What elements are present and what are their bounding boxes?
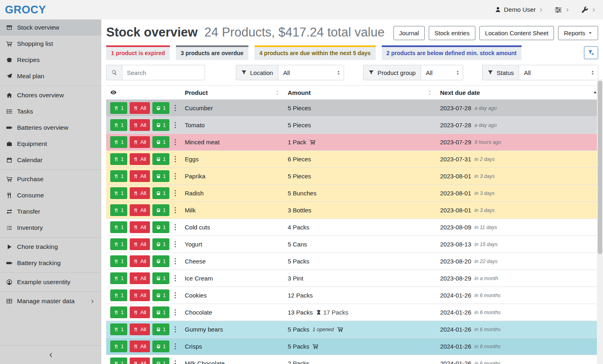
sidebar-item-transfer[interactable]: Transfer (0, 203, 101, 220)
user-menu[interactable]: Demo User (495, 6, 544, 13)
product-group-select[interactable]: All (421, 65, 463, 80)
row-menu-button[interactable] (172, 171, 179, 181)
consume-one-button[interactable]: 1 (110, 238, 127, 250)
consume-one-button[interactable]: 1 (110, 221, 127, 233)
settings-menu[interactable] (554, 6, 570, 14)
row-menu-button[interactable] (172, 291, 179, 300)
sidebar-item-calendar[interactable]: Calendar (0, 152, 101, 168)
table-row[interactable]: 1 All 1 Crisps 5 Packs (106, 338, 601, 355)
consume-all-button[interactable]: All (130, 238, 150, 250)
table-row[interactable]: 1 All 1 Minced meat 1 Pack (106, 134, 601, 151)
status-banner-warning[interactable]: 4 products are due within the next 5 day… (254, 45, 376, 60)
sidebar-item-chore-tracking[interactable]: Chore tracking (0, 239, 101, 255)
consume-all-button[interactable]: All (130, 170, 150, 182)
table-row[interactable]: 1 All 1 Cookies 12 Packs (106, 287, 601, 304)
consume-all-button[interactable]: All (130, 340, 150, 352)
consume-one-button[interactable]: 1 (110, 119, 127, 131)
app-logo[interactable]: GROCY (5, 4, 46, 16)
consume-all-button[interactable]: All (130, 289, 150, 301)
table-row[interactable]: 1 All 1 Ice Cream 3 Pint (106, 270, 601, 287)
sidebar-item-chores-overview[interactable]: Chores overview (0, 87, 101, 103)
open-one-button[interactable]: 1 (152, 102, 169, 114)
consume-one-button[interactable]: 1 (110, 340, 127, 352)
table-row[interactable]: 1 All 1 Eggs 6 Pieces (106, 151, 601, 168)
sidebar-item-batteries-overview[interactable]: Batteries overview (0, 120, 101, 136)
row-menu-button[interactable] (172, 120, 179, 130)
clear-filters-button[interactable] (584, 46, 598, 59)
row-menu-button[interactable] (172, 342, 179, 351)
consume-all-button[interactable]: All (130, 204, 150, 216)
location-select[interactable]: All (278, 65, 344, 80)
consume-all-button[interactable]: All (130, 102, 150, 114)
open-one-button[interactable]: 1 (152, 170, 169, 182)
open-one-button[interactable]: 1 (152, 136, 169, 148)
status-banner-secondary[interactable]: 3 products are overdue (176, 45, 248, 60)
consume-all-button[interactable]: All (130, 153, 150, 165)
row-menu-button[interactable] (172, 359, 179, 364)
sidebar-collapse-button[interactable] (0, 345, 101, 364)
location-content-sheet-button[interactable]: Location Content Sheet (479, 26, 554, 40)
consume-all-button[interactable]: All (130, 187, 150, 199)
scrollbar-thumb[interactable] (598, 81, 602, 254)
open-one-button[interactable]: 1 (152, 255, 169, 267)
consume-one-button[interactable]: 1 (110, 102, 127, 114)
column-header-product[interactable]: Product (181, 86, 284, 100)
sidebar-item-purchase[interactable]: Purchase (0, 171, 101, 187)
status-select[interactable]: All (519, 65, 598, 80)
column-header-amount[interactable]: Amount (284, 86, 436, 100)
row-menu-button[interactable] (172, 223, 179, 232)
consume-all-button[interactable]: All (130, 306, 150, 318)
sidebar-item-stock-overview[interactable]: Stock overview (0, 19, 101, 36)
open-one-button[interactable]: 1 (152, 153, 169, 165)
open-one-button[interactable]: 1 (152, 340, 169, 352)
consume-all-button[interactable]: All (130, 323, 150, 335)
sidebar-item-tasks[interactable]: Tasks (0, 103, 101, 120)
consume-all-button[interactable]: All (130, 221, 150, 233)
table-row[interactable]: 1 All 1 Gummy bears 5 Packs 1 opened (106, 321, 601, 338)
table-row[interactable]: 1 All 1 Tomato 5 Pieces (106, 117, 601, 134)
row-menu-button[interactable] (172, 206, 179, 215)
row-menu-button[interactable] (172, 325, 179, 334)
eye-icon[interactable] (110, 89, 117, 96)
consume-one-button[interactable]: 1 (110, 187, 127, 199)
consume-one-button[interactable]: 1 (110, 136, 127, 148)
search-input[interactable] (122, 65, 205, 80)
consume-all-button[interactable]: All (130, 272, 150, 284)
row-menu-button[interactable] (172, 137, 179, 147)
row-menu-button[interactable] (172, 274, 179, 283)
open-one-button[interactable]: 1 (152, 221, 169, 233)
open-one-button[interactable]: 1 (152, 289, 169, 301)
consume-all-button[interactable]: All (130, 136, 150, 148)
sidebar-item-manage-master-data[interactable]: Manage master data (0, 293, 101, 309)
table-row[interactable]: 1 All 1 Paprika 5 Pieces (106, 168, 601, 185)
table-row[interactable]: 1 All 1 Yogurt 5 Cans (106, 236, 601, 253)
open-one-button[interactable]: 1 (152, 119, 169, 131)
open-one-button[interactable]: 1 (152, 272, 169, 284)
sidebar-item-equipment[interactable]: Equipment (0, 136, 101, 152)
table-row[interactable]: 1 All 1 Cucumber 5 Pieces (106, 100, 601, 117)
table-row[interactable]: 1 All 1 Cheese 5 Packs (106, 253, 601, 270)
table-row[interactable]: 1 All 1 Radish 5 Bunches (106, 185, 601, 202)
consume-one-button[interactable]: 1 (110, 289, 127, 301)
consume-one-button[interactable]: 1 (110, 306, 127, 318)
open-one-button[interactable]: 1 (152, 323, 169, 335)
stock-entries-button[interactable]: Stock entries (429, 26, 475, 40)
consume-one-button[interactable]: 1 (110, 323, 127, 335)
sidebar-item-inventory[interactable]: Inventory (0, 220, 101, 236)
admin-menu[interactable] (581, 6, 597, 14)
reports-button[interactable]: Reports (558, 26, 598, 40)
consume-all-button[interactable]: All (130, 119, 150, 131)
sidebar-item-example-userentity[interactable]: Example userentity (0, 274, 101, 290)
consume-all-button[interactable]: All (130, 358, 150, 364)
open-one-button[interactable]: 1 (152, 238, 169, 250)
consume-one-button[interactable]: 1 (110, 170, 127, 182)
table-row[interactable]: 1 All 1 Milk 3 Bottles (106, 202, 601, 219)
consume-all-button[interactable]: All (130, 255, 150, 267)
row-menu-button[interactable] (172, 240, 179, 249)
row-menu-button[interactable] (172, 103, 179, 113)
sidebar-item-consume[interactable]: Consume (0, 187, 101, 203)
consume-one-button[interactable]: 1 (110, 255, 127, 267)
column-header-next-due-date[interactable]: Next due date (436, 86, 601, 100)
table-row[interactable]: 1 All 1 Milk Chocolate 2 Packs (106, 355, 601, 364)
sidebar-item-battery-tracking[interactable]: Battery tracking (0, 255, 101, 271)
